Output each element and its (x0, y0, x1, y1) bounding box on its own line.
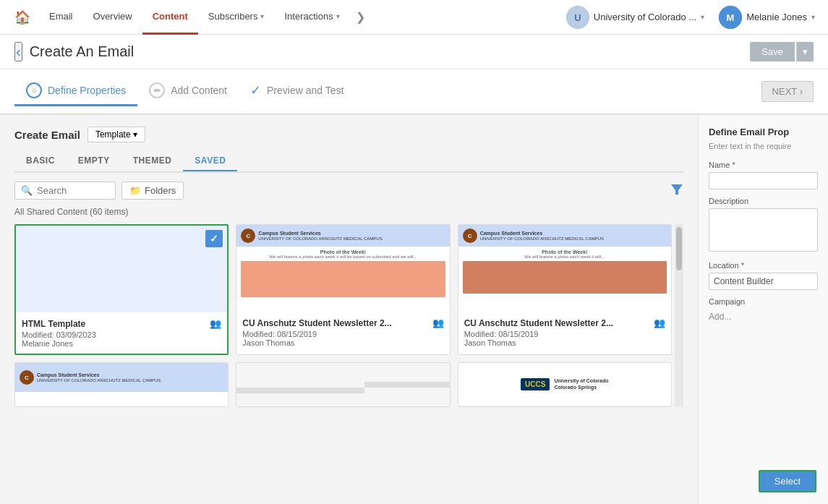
search-input[interactable] (37, 185, 102, 196)
nav-more-icon[interactable]: ❯ (350, 10, 371, 24)
grid-item-info-html: HTML Template 👥 Modified: 03/09/2023 Mel… (16, 312, 227, 354)
grid-item-newsletter-2[interactable]: C Campus Student ServicesUNIVERSITY OF C… (458, 224, 672, 355)
grid-item-thumb-blank (236, 363, 449, 406)
folder-icon: 📁 (129, 185, 141, 196)
right-panel-subtitle: Enter text in the require (709, 142, 818, 150)
nav-tab-content-label: Content (153, 11, 188, 22)
step-add-content[interactable]: ✏ Add Content (137, 77, 239, 106)
user-name-label: Melanie Jones (746, 12, 807, 22)
user-avatar: M (719, 6, 742, 29)
subscribers-chevron-icon: ▾ (260, 12, 264, 20)
nav-tab-content[interactable]: Content (142, 0, 198, 35)
select-button[interactable]: Select (759, 470, 816, 492)
shared-icon-3: 👥 (654, 317, 665, 328)
grid-item-modified: Modified: 03/09/2023 (22, 330, 221, 339)
step-preview-icon: ✓ (250, 82, 261, 98)
tab-saved[interactable]: SAVED (183, 151, 237, 171)
scrollbar-thumb (676, 227, 682, 270)
page-header-actions: Save ▾ (750, 42, 814, 61)
search-icon: 🔍 (21, 185, 33, 196)
grid-item-modified-2: Modified: 08/15/2019 (242, 330, 443, 338)
nav-tab-overview[interactable]: Overview (83, 0, 142, 35)
grid-item-uccs[interactable]: UCCS University of ColoradoColorado Spri… (458, 362, 672, 407)
grid-item-thumb-campus: C Campus Student ServicesUNIVERSITY OF C… (15, 363, 228, 406)
location-field-label: Location * (709, 261, 818, 270)
grid-item-campus[interactable]: C Campus Student ServicesUNIVERSITY OF C… (14, 362, 229, 407)
grid-item-author-2: Jason Thomas (242, 338, 443, 347)
template-dropdown-button[interactable]: Template ▾ (88, 127, 145, 142)
right-panel: Define Email Prop Enter text in the requ… (698, 115, 828, 504)
campaign-field-label: Campaign (709, 297, 818, 306)
user-chevron-icon: ▾ (811, 13, 815, 21)
left-panel: Create Email Template ▾ BASIC EMPTY THEM… (0, 115, 698, 504)
grid-scrollbar[interactable] (675, 224, 683, 407)
nav-tab-email[interactable]: Email (39, 0, 83, 35)
search-input-wrap[interactable]: 🔍 (14, 181, 116, 200)
name-field-input[interactable] (709, 172, 818, 189)
steps-list: ○ Define Properties ✏ Add Content ✓ Prev… (14, 77, 355, 106)
shared-icon: 👥 (210, 318, 221, 329)
save-dropdown-button[interactable]: ▾ (796, 42, 814, 61)
grid-item-name-label: HTML Template (22, 319, 85, 329)
select-btn-area: Select (759, 470, 816, 492)
page-title: Create An Email (30, 43, 135, 60)
back-button[interactable]: ‹ (14, 42, 22, 61)
org-name-label: University of Colorado ... (594, 12, 696, 22)
save-button[interactable]: Save (750, 42, 795, 61)
grid-item-info-newsletter1: CU Anschutz Student Newsletter 2... 👥 Mo… (236, 312, 449, 353)
grid-item-author: Melanie Jones (22, 339, 221, 348)
location-field-value: Content Builder (709, 273, 818, 290)
page-title-area: ‹ Create An Email (14, 42, 134, 61)
interactions-chevron-icon: ▾ (336, 12, 340, 20)
grid-item-thumb-newsletter2: C Campus Student ServicesUNIVERSITY OF C… (458, 225, 671, 312)
step-define-properties[interactable]: ○ Define Properties (14, 77, 137, 106)
nav-tab-interactions-label: Interactions (284, 11, 333, 22)
tab-empty[interactable]: EMPTY (67, 151, 121, 171)
shared-icon-2: 👥 (432, 317, 444, 328)
filter-button[interactable] (670, 183, 683, 199)
user-menu[interactable]: M Melanie Jones ▾ (712, 6, 822, 29)
svg-marker-4 (671, 184, 683, 195)
right-panel-title: Define Email Prop (709, 127, 818, 137)
nav-tab-email-label: Email (49, 11, 73, 22)
org-selector[interactable]: U University of Colorado ... ▾ (559, 6, 712, 29)
next-button[interactable]: NEXT › (761, 81, 814, 102)
campaign-add-link[interactable]: Add... (709, 309, 818, 325)
content-grid: ✓ HTML Template 👥 Modified: 03/09/2023 M… (14, 224, 675, 407)
grid-item-thumb-html (16, 226, 227, 312)
selected-check-badge: ✓ (205, 230, 223, 247)
tab-basic[interactable]: BASIC (14, 151, 67, 171)
step-add-icon: ✏ (149, 82, 165, 98)
grid-item-html-template[interactable]: ✓ HTML Template 👥 Modified: 03/09/2023 M… (14, 224, 229, 355)
folders-button[interactable]: 📁 Folders (121, 181, 184, 200)
content-grid-wrap: ✓ HTML Template 👥 Modified: 03/09/2023 M… (14, 224, 683, 407)
step-preview-test[interactable]: ✓ Preview and Test (239, 77, 355, 106)
content-count: All Shared Content (60 items) (14, 207, 683, 217)
steps-bar: ○ Define Properties ✏ Add Content ✓ Prev… (0, 69, 828, 115)
grid-item-name-label: CU Anschutz Student Newsletter 2... (242, 318, 391, 328)
org-avatar: U (566, 6, 589, 29)
description-field-label: Description (709, 197, 818, 205)
svg-text:M: M (727, 12, 735, 23)
grid-item-info-newsletter2: CU Anschutz Student Newsletter 2... 👥 Mo… (458, 312, 671, 353)
description-field-textarea[interactable] (709, 208, 818, 252)
step-preview-label: Preview and Test (267, 85, 343, 96)
step-define-label: Define Properties (48, 85, 126, 96)
step-add-label: Add Content (171, 85, 227, 96)
svg-text:U: U (574, 12, 581, 23)
grid-item-author-3: Jason Thomas (464, 338, 665, 347)
grid-item-name-label: CU Anschutz Student Newsletter 2... (464, 318, 613, 328)
home-nav-item[interactable]: 🏠 (6, 9, 39, 25)
top-nav: 🏠 Email Overview Content Subscribers ▾ I… (0, 0, 828, 35)
org-chevron-icon: ▾ (701, 13, 704, 21)
grid-item-thumb-uccs: UCCS University of ColoradoColorado Spri… (458, 363, 671, 406)
search-bar: 🔍 📁 Folders (14, 181, 683, 200)
nav-tab-overview-label: Overview (93, 11, 132, 22)
grid-item-newsletter-1[interactable]: C Campus Student ServicesUNIVERSITY OF C… (236, 224, 450, 355)
nav-tab-interactions[interactable]: Interactions ▾ (274, 0, 349, 35)
page-header: ‹ Create An Email Save ▾ (0, 35, 828, 69)
grid-item-blank[interactable] (236, 362, 450, 407)
nav-tab-subscribers[interactable]: Subscribers ▾ (198, 0, 275, 35)
step-define-icon: ○ (26, 82, 42, 98)
tab-themed[interactable]: THEMED (121, 151, 184, 171)
